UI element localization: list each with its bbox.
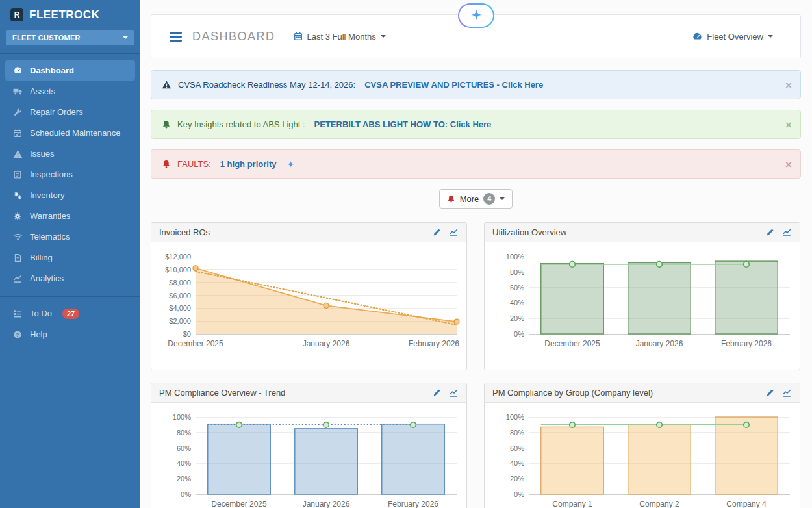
bell-icon — [162, 159, 171, 169]
alert-text: FAULTS: — [177, 159, 211, 169]
alert-link[interactable]: PETERBILT ABS LIGHT HOW TO: Click Here — [314, 120, 492, 129]
widget-utilization-overview: Utilization Overview 0%20%40%60%80%100%D… — [484, 222, 800, 370]
alert-link[interactable]: 1 high priority — [220, 159, 277, 169]
svg-text:$10,000: $10,000 — [165, 266, 191, 273]
sidebar-item-analytics[interactable]: Analytics — [5, 268, 135, 288]
widget-title: Utilization Overview — [492, 227, 566, 237]
svg-text:40%: 40% — [177, 459, 191, 467]
menu-toggle-button[interactable] — [170, 31, 182, 43]
gear-solid-icon — [12, 212, 23, 221]
alert-text: Key Insights related to ABS Light : — [177, 120, 305, 129]
customer-selector[interactable]: FLEET CUSTOMER — [6, 30, 134, 45]
svg-text:?: ? — [16, 331, 19, 337]
sidebar-item-label: Help — [30, 329, 47, 339]
widget-title: Invoiced ROs — [159, 227, 210, 237]
sidebar-item-repair-orders[interactable]: Repair Orders — [5, 102, 135, 122]
sidebar-item-billing[interactable]: Billing — [5, 248, 135, 268]
gears-icon — [12, 191, 23, 200]
svg-text:$6,000: $6,000 — [169, 292, 191, 299]
todo-count-badge: 27 — [62, 309, 79, 319]
svg-text:January 2026: January 2026 — [303, 339, 350, 348]
sidebar-item-inventory[interactable]: Inventory — [5, 185, 135, 205]
sidebar-item-label: Billing — [30, 253, 53, 262]
page-title: DASHBOARD — [192, 30, 275, 44]
wrench-icon — [12, 108, 23, 117]
svg-text:$0: $0 — [183, 330, 191, 338]
calendar-icon — [294, 32, 303, 41]
svg-text:60%: 60% — [510, 284, 524, 292]
sidebar-item-issues[interactable]: Issues — [5, 144, 135, 164]
widget-invoiced-ros: Invoiced ROs $0$2,000$4,000$6,000$8,000$… — [151, 222, 467, 370]
sidebar-item-telematics[interactable]: Telematics — [5, 227, 135, 247]
ai-assistant-button[interactable] — [458, 3, 494, 28]
fleet-scope-label: Fleet Overview — [707, 32, 763, 42]
sidebar-item-label: Issues — [30, 149, 55, 159]
widget-title: PM Compliance by Group (Company level) — [492, 388, 653, 398]
svg-text:$2,000: $2,000 — [169, 317, 191, 325]
svg-text:0%: 0% — [514, 330, 524, 338]
sidebar-item-help[interactable]: ?Help — [5, 324, 135, 344]
chart-type-button[interactable] — [449, 228, 459, 237]
caret-down-icon — [123, 36, 128, 39]
svg-text:60%: 60% — [177, 444, 191, 452]
dismiss-alert-button[interactable]: × — [785, 119, 792, 130]
alert-key-insights: Key Insights related to ABS Light : PETE… — [151, 110, 801, 139]
svg-text:Company 1: Company 1 — [552, 500, 592, 508]
svg-text:December 2025: December 2025 — [544, 339, 600, 348]
sidebar-item-label: To Do — [30, 309, 52, 318]
sidebar-item-to-do[interactable]: To Do27 — [5, 303, 135, 324]
sparkle-icon: ✦ — [286, 159, 294, 170]
sidebar-item-assets[interactable]: Assets — [5, 81, 135, 101]
svg-text:February 2026: February 2026 — [409, 339, 459, 348]
more-row: More 4 — [151, 189, 801, 209]
more-alerts-button[interactable]: More 4 — [439, 189, 513, 209]
alert-link[interactable]: CVSA PREVIEW AND PICTURES - Click Here — [364, 80, 543, 90]
svg-text:40%: 40% — [510, 299, 524, 307]
dismiss-alert-button[interactable]: × — [785, 79, 792, 90]
widget-title: PM Compliance Overview - Trend — [159, 388, 285, 398]
question-icon: ? — [12, 330, 23, 339]
svg-text:December 2025: December 2025 — [211, 500, 267, 508]
sidebar-item-label: Repair Orders — [30, 107, 83, 117]
fleetrock-logo: R FLEETROCK — [0, 0, 140, 29]
customer-selector-label: FLEET CUSTOMER — [12, 34, 81, 42]
chart-type-button[interactable] — [782, 388, 792, 398]
svg-text:Company 4: Company 4 — [726, 500, 767, 508]
sidebar-divider — [0, 53, 140, 54]
date-range-label: Last 3 Full Months — [307, 32, 376, 42]
caret-down-icon — [381, 35, 386, 38]
bell-icon — [447, 194, 455, 203]
fleet-scope-selector[interactable]: Fleet Overview — [692, 32, 773, 42]
caret-down-icon — [500, 197, 505, 200]
sidebar-item-label: Assets — [30, 86, 55, 96]
edit-widget-button[interactable] — [766, 388, 774, 397]
chart-type-button[interactable] — [449, 388, 459, 398]
sidebar-item-inspections[interactable]: Inspections — [5, 164, 135, 184]
chart-canvas: 0%20%40%60%80%100%Company 1Company 2Comp… — [491, 407, 793, 508]
svg-text:February 2026: February 2026 — [388, 500, 438, 508]
edit-widget-button[interactable] — [766, 228, 774, 236]
svg-text:60%: 60% — [510, 444, 524, 452]
dismiss-alert-button[interactable]: × — [785, 159, 792, 170]
gauge-icon — [12, 66, 23, 75]
svg-text:January 2026: January 2026 — [636, 339, 683, 348]
chart-type-button[interactable] — [782, 228, 792, 237]
sidebar-item-dashboard[interactable]: Dashboard — [5, 60, 135, 81]
edit-widget-button[interactable] — [433, 228, 441, 236]
sidebar-item-label: Dashboard — [30, 66, 74, 75]
file-icon — [12, 253, 23, 262]
svg-text:20%: 20% — [177, 475, 191, 483]
chart-canvas: 0%20%40%60%80%100%December 2025January 2… — [491, 246, 793, 366]
sidebar-item-scheduled-maintenance[interactable]: Scheduled Maintenance — [5, 123, 135, 143]
sidebar-item-label: Telematics — [30, 232, 70, 242]
chart-line-icon — [12, 274, 23, 283]
sidebar-item-warranties[interactable]: Warranties — [5, 206, 135, 226]
svg-text:80%: 80% — [510, 268, 524, 276]
edit-widget-button[interactable] — [433, 388, 441, 397]
date-range-selector[interactable]: Last 3 Full Months — [294, 32, 386, 42]
svg-text:40%: 40% — [510, 459, 524, 467]
more-label: More — [460, 194, 479, 204]
calendar-icon — [12, 129, 23, 138]
tasks-icon — [12, 309, 23, 318]
svg-text:20%: 20% — [510, 314, 524, 322]
